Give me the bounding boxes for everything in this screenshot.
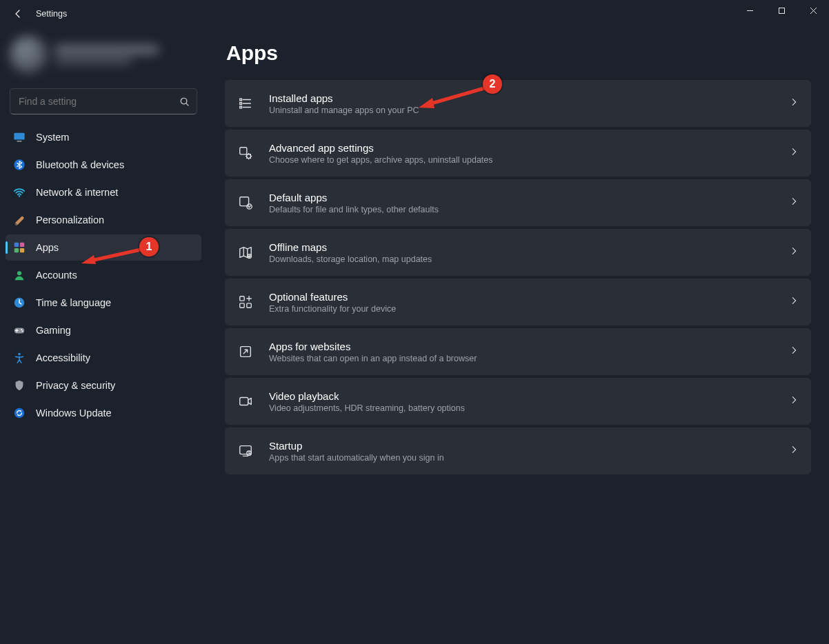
chevron-right-icon [789, 345, 799, 358]
svg-rect-37 [240, 446, 252, 454]
sidebar-item-network[interactable]: Network & internet [6, 179, 201, 205]
svg-rect-27 [240, 148, 247, 154]
search-icon[interactable] [172, 97, 197, 107]
window-controls [734, 0, 829, 28]
nav: System Bluetooth & devices Network & int… [6, 124, 201, 426]
sidebar-item-label: Personalization [36, 214, 104, 225]
card-installed-apps[interactable]: Installed apps Uninstall and manage apps… [225, 80, 811, 127]
display-icon [12, 130, 26, 144]
sidebar-item-label: Windows Update [36, 407, 112, 419]
title-bar: Settings [0, 0, 829, 28]
search-input[interactable] [10, 96, 172, 107]
card-startup[interactable]: Startup Apps that start automatically wh… [225, 427, 811, 474]
card-optional-features[interactable]: Optional features Extra functionality fo… [225, 279, 811, 325]
sidebar-item-personalization[interactable]: Personalization [6, 207, 201, 233]
svg-point-9 [19, 195, 20, 197]
svg-rect-1 [779, 8, 784, 13]
svg-rect-33 [240, 303, 244, 308]
grid-plus-icon [237, 294, 254, 310]
wifi-icon [12, 185, 26, 199]
card-subtitle: Extra functionality for your device [269, 304, 774, 314]
sidebar-item-label: Apps [36, 242, 59, 253]
window-title: Settings [36, 9, 67, 19]
svg-line-39 [91, 250, 141, 261]
search-box[interactable] [10, 88, 197, 114]
chevron-right-icon [789, 97, 799, 110]
card-title: Default apps [269, 192, 774, 203]
card-title: Installed apps [269, 92, 774, 104]
shield-icon [12, 379, 26, 392]
card-title: Offline maps [269, 241, 774, 253]
svg-point-20 [14, 408, 24, 418]
update-icon [12, 406, 26, 420]
bluetooth-icon [12, 158, 26, 172]
open-external-icon [237, 343, 254, 360]
svg-rect-24 [240, 99, 242, 101]
sidebar-item-label: Accessibility [36, 352, 90, 363]
sidebar-item-label: Network & internet [36, 187, 118, 198]
card-subtitle: Apps that start automatically when you s… [269, 453, 774, 463]
card-subtitle: Video adjustments, HDR streaming, batter… [269, 403, 774, 413]
chevron-right-icon [789, 395, 799, 407]
svg-rect-7 [17, 141, 21, 141]
close-button[interactable] [797, 0, 829, 21]
sidebar-item-label: System [36, 132, 69, 143]
chevron-right-icon [789, 147, 799, 159]
svg-marker-42 [419, 98, 435, 108]
sidebar-item-privacy[interactable]: Privacy & security [6, 372, 201, 399]
chevron-right-icon [789, 197, 799, 209]
svg-line-5 [186, 103, 188, 105]
svg-point-18 [22, 330, 23, 332]
sidebar-item-accessibility[interactable]: Accessibility [6, 345, 201, 371]
annotation-badge-1: 1 [139, 237, 159, 256]
svg-point-17 [21, 329, 22, 330]
svg-rect-10 [14, 243, 19, 247]
chevron-right-icon [789, 296, 799, 308]
maximize-button[interactable] [766, 0, 797, 21]
sidebar-item-label: Gaming [36, 325, 71, 336]
sidebar: System Bluetooth & devices Network & int… [0, 28, 207, 644]
card-title: Video playback [269, 390, 774, 402]
card-apps-for-websites[interactable]: Apps for websites Websites that can open… [225, 328, 811, 375]
svg-rect-12 [14, 248, 19, 252]
svg-rect-13 [20, 248, 24, 252]
svg-rect-25 [240, 103, 242, 105]
svg-rect-34 [247, 303, 251, 308]
back-button[interactable] [10, 6, 26, 22]
user-profile[interactable] [10, 28, 197, 81]
page-title: Apps [226, 41, 811, 65]
card-offline-maps[interactable]: Offline maps Downloads, storage location… [225, 229, 811, 276]
card-subtitle: Downloads, storage location, map updates [269, 254, 774, 264]
map-icon [237, 244, 254, 261]
accessibility-icon [12, 351, 26, 365]
avatar [10, 36, 47, 73]
svg-marker-40 [81, 255, 96, 264]
svg-rect-26 [240, 106, 242, 108]
settings-group: Installed apps Uninstall and manage apps… [225, 80, 811, 474]
person-icon [12, 268, 26, 282]
card-title: Advanced app settings [269, 142, 774, 154]
svg-line-41 [429, 88, 484, 104]
card-subtitle: Uninstall and manage apps on your PC [269, 105, 774, 115]
card-video-playback[interactable]: Video playback Video adjustments, HDR st… [225, 378, 811, 425]
gamepad-icon [12, 323, 26, 337]
card-default-apps[interactable]: Default apps Defaults for file and link … [225, 179, 811, 226]
sidebar-item-label: Accounts [36, 270, 77, 281]
sidebar-item-system[interactable]: System [6, 124, 201, 150]
sidebar-item-bluetooth[interactable]: Bluetooth & devices [6, 152, 201, 178]
sidebar-item-time-language[interactable]: Time & language [6, 290, 201, 316]
chevron-right-icon [789, 246, 799, 259]
main-content: Apps Installed apps Uninstall and manage… [207, 28, 829, 644]
sidebar-item-label: Privacy & security [36, 380, 115, 391]
minimize-button[interactable] [734, 0, 766, 21]
sidebar-item-gaming[interactable]: Gaming [6, 317, 201, 343]
card-subtitle: Websites that can open in an app instead… [269, 354, 774, 363]
apps-icon [12, 241, 26, 254]
card-advanced-app-settings[interactable]: Advanced app settings Choose where to ge… [225, 130, 811, 177]
card-subtitle: Defaults for file and link types, other … [269, 205, 774, 214]
card-title: Optional features [269, 291, 774, 303]
sidebar-item-windows-update[interactable]: Windows Update [6, 400, 201, 426]
annotation-arrow-1 [77, 247, 146, 268]
video-icon [237, 393, 254, 410]
list-icon [237, 95, 254, 112]
